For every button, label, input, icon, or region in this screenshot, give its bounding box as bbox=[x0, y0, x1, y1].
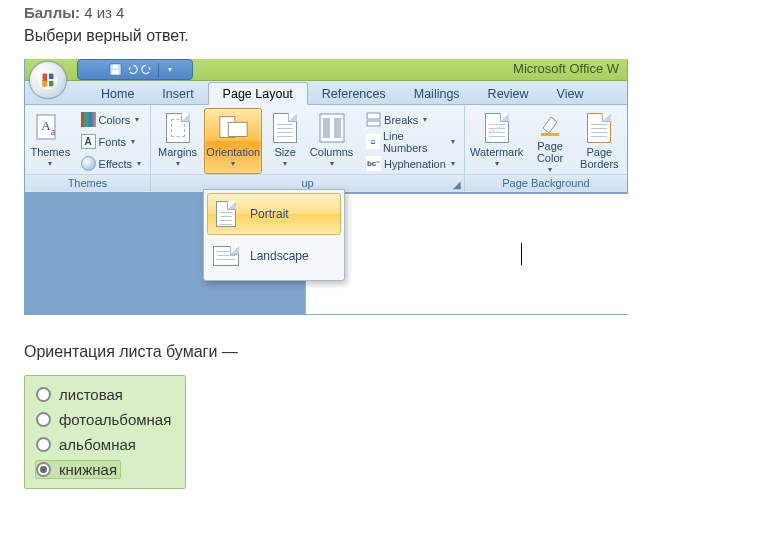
orientation-landscape-item[interactable]: Landscape bbox=[207, 235, 341, 277]
group-themes: Aa Themes ▾ Colors▾ AFonts▾ Effects▾ The… bbox=[25, 105, 151, 190]
size-icon bbox=[269, 112, 301, 144]
word-screenshot: ▾ Microsoft Office W Home Insert Page La… bbox=[24, 59, 628, 315]
page-color-button[interactable]: Page Color▾ bbox=[528, 108, 571, 174]
landscape-label: Landscape bbox=[250, 249, 309, 263]
tab-references[interactable]: References bbox=[308, 83, 400, 104]
svg-text:a: a bbox=[51, 126, 56, 137]
answer-option-3[interactable]: альбомная bbox=[35, 435, 140, 454]
colors-button[interactable]: Colors▾ bbox=[76, 109, 146, 130]
portrait-label: Portrait bbox=[250, 207, 289, 221]
size-button[interactable]: Size▾ bbox=[266, 108, 304, 174]
colors-icon bbox=[81, 112, 96, 127]
answer-2-label: фотоальбомная bbox=[59, 411, 171, 428]
tab-page-layout[interactable]: Page Layout bbox=[208, 82, 308, 105]
tab-review[interactable]: Review bbox=[474, 83, 543, 104]
tab-home[interactable]: Home bbox=[87, 83, 148, 104]
svg-rect-3 bbox=[113, 65, 118, 68]
tab-insert[interactable]: Insert bbox=[148, 83, 207, 104]
tab-mailings[interactable]: Mailings bbox=[400, 83, 474, 104]
breaks-button[interactable]: Breaks▾ bbox=[361, 109, 460, 130]
group-page-background: TEXT Watermark▾ Page Color▾ Page Borders… bbox=[465, 105, 627, 190]
svg-rect-2 bbox=[112, 70, 119, 74]
page-borders-icon bbox=[583, 112, 615, 144]
radio-checked-icon bbox=[36, 462, 51, 477]
watermark-icon: TEXT bbox=[481, 112, 513, 144]
answer-1-label: листовая bbox=[59, 386, 123, 403]
group-themes-label: Themes bbox=[25, 174, 150, 191]
svg-rect-10 bbox=[323, 118, 330, 138]
prompt-text: Выбери верный ответ. bbox=[24, 27, 782, 45]
undo-icon[interactable] bbox=[124, 63, 138, 77]
score-label: Баллы: bbox=[24, 4, 80, 21]
effects-icon bbox=[81, 156, 96, 171]
answer-option-4[interactable]: книжная bbox=[35, 460, 121, 479]
question-text: Ориентация листа бумаги — bbox=[24, 343, 782, 361]
orientation-button[interactable]: Orientation▾ bbox=[204, 108, 262, 174]
orientation-dropdown: Portrait Landscape bbox=[203, 189, 345, 281]
answer-3-label: альбомная bbox=[59, 436, 136, 453]
answer-option-2[interactable]: фотоальбомная bbox=[35, 410, 175, 429]
document-page[interactable] bbox=[305, 194, 629, 314]
line-numbers-icon: ≡ bbox=[366, 134, 380, 149]
svg-rect-11 bbox=[334, 118, 341, 138]
qat-customize-icon[interactable]: ▾ bbox=[163, 63, 177, 77]
radio-unchecked-icon bbox=[36, 437, 51, 452]
page-color-icon bbox=[534, 112, 566, 138]
themes-button[interactable]: Aa Themes ▾ bbox=[29, 108, 72, 174]
svg-point-0 bbox=[39, 71, 57, 89]
office-button[interactable] bbox=[29, 61, 67, 99]
fonts-icon: A bbox=[81, 134, 96, 149]
answer-4-label: книжная bbox=[59, 461, 117, 478]
group-page-setup: Margins▾ Orientation▾ Size▾ Col bbox=[151, 105, 465, 190]
hyphenation-icon: bc⁻ bbox=[366, 156, 381, 171]
themes-stack: Colors▾ AFonts▾ Effects▾ bbox=[76, 108, 146, 174]
ribbon-tabs: Home Insert Page Layout References Maili… bbox=[25, 81, 627, 105]
svg-rect-8 bbox=[229, 122, 248, 136]
themes-label: Themes bbox=[30, 146, 70, 158]
quick-access-toolbar: ▾ bbox=[77, 59, 193, 80]
pagesetup-launcher-icon[interactable]: ◢ bbox=[453, 177, 461, 193]
answer-block: листовая фотоальбомная альбомная книжная bbox=[24, 375, 186, 489]
app-title: Microsoft Office W bbox=[513, 61, 619, 76]
score-value: 4 из 4 bbox=[84, 4, 124, 21]
ribbon: Aa Themes ▾ Colors▾ AFonts▾ Effects▾ The… bbox=[25, 105, 627, 191]
svg-rect-13 bbox=[367, 121, 380, 126]
text-cursor bbox=[521, 243, 522, 265]
orientation-portrait-item[interactable]: Portrait bbox=[207, 193, 341, 235]
save-icon[interactable] bbox=[108, 63, 122, 77]
score-line: Баллы: 4 из 4 bbox=[24, 4, 782, 21]
answer-option-1[interactable]: листовая bbox=[35, 385, 127, 404]
title-bar: ▾ Microsoft Office W bbox=[25, 59, 627, 81]
fonts-button[interactable]: AFonts▾ bbox=[76, 131, 146, 152]
effects-button[interactable]: Effects▾ bbox=[76, 153, 146, 174]
svg-rect-12 bbox=[367, 113, 380, 119]
group-pagebg-label: Page Background bbox=[465, 174, 627, 191]
radio-unchecked-icon bbox=[36, 387, 51, 402]
line-numbers-button[interactable]: ≡Line Numbers▾ bbox=[361, 131, 460, 152]
portrait-icon bbox=[212, 200, 240, 228]
svg-rect-14 bbox=[541, 133, 559, 136]
pagesetup-stack: Breaks▾ ≡Line Numbers▾ bc⁻Hyphenation▾ bbox=[361, 108, 460, 174]
landscape-icon bbox=[212, 242, 240, 270]
hyphenation-button[interactable]: bc⁻Hyphenation▾ bbox=[361, 153, 460, 174]
columns-button[interactable]: Columns▾ bbox=[308, 108, 355, 174]
redo-icon[interactable] bbox=[140, 63, 154, 77]
columns-icon bbox=[316, 112, 348, 144]
tab-view[interactable]: View bbox=[543, 83, 598, 104]
watermark-button[interactable]: TEXT Watermark▾ bbox=[469, 108, 524, 174]
margins-button[interactable]: Margins▾ bbox=[155, 108, 200, 174]
page-borders-button[interactable]: Page Borders bbox=[576, 108, 623, 174]
breaks-icon bbox=[366, 112, 381, 127]
margins-icon bbox=[162, 112, 194, 144]
themes-icon: Aa bbox=[34, 112, 66, 144]
radio-unchecked-icon bbox=[36, 412, 51, 427]
orientation-icon bbox=[217, 112, 249, 144]
